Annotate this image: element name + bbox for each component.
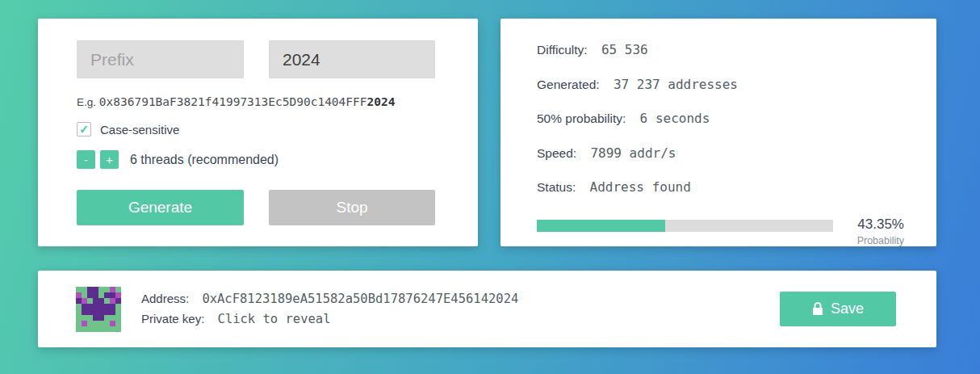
example-address-suffix: 2024 — [367, 95, 396, 108]
stat-label: Status: — [537, 180, 576, 194]
lock-icon — [812, 302, 823, 316]
example-address-body: 0x836791BaF3821f41997313Ec5D90c1404FFF — [99, 95, 367, 108]
stat-label: Speed: — [537, 146, 576, 160]
probability-percent: 43.35% — [833, 216, 904, 233]
checkmark-icon: ✓ — [79, 124, 89, 135]
private-key-line: Private key: Click to reveal — [141, 312, 780, 326]
stat-value: 6 seconds — [640, 111, 710, 126]
generator-card: E.g. 0x836791BaF3821f41997313Ec5D90c1404… — [38, 19, 478, 246]
example-label: E.g. — [77, 96, 96, 108]
example-address-line: E.g. 0x836791BaF3821f41997313Ec5D90c1404… — [77, 95, 439, 108]
threads-stepper-row: - + 6 threads (recommended) — [77, 150, 439, 169]
address-label: Address: — [141, 292, 189, 305]
address-line: Address: 0xAcF8123189eA51582a50Bd1787624… — [141, 292, 780, 306]
private-key-reveal[interactable]: Click to reveal — [218, 312, 331, 326]
stat-value: Address found — [590, 179, 691, 195]
case-sensitive-option[interactable]: ✓ Case-sensitive — [77, 122, 439, 137]
stat-value: 65 536 — [601, 42, 648, 57]
threads-label: 6 threads (recommended) — [130, 153, 279, 167]
stop-button[interactable]: Stop — [269, 190, 435, 225]
address-value: 0xAcF8123189eA51582a50Bd17876247E4561420… — [202, 292, 518, 306]
stat-row-probability-time: 50% probability: 6 seconds — [537, 111, 904, 126]
generate-button[interactable]: Generate — [77, 190, 244, 225]
case-sensitive-label: Case-sensitive — [100, 123, 179, 137]
stat-value: 7899 addr/s — [590, 145, 676, 161]
save-button[interactable]: Save — [780, 292, 896, 326]
save-button-label: Save — [831, 300, 864, 317]
stat-value: 37 237 addresses — [614, 77, 738, 92]
threads-increment-button[interactable]: + — [100, 150, 119, 169]
probability-caption: Probability — [833, 235, 904, 246]
stat-row-speed: Speed: 7899 addr/s — [537, 145, 904, 161]
result-card: Address: 0xAcF8123189eA51582a50Bd1787624… — [38, 271, 936, 347]
address-identicon — [76, 287, 121, 332]
stat-row-difficulty: Difficulty: 65 536 — [537, 42, 904, 57]
private-key-label: Private key: — [141, 312, 204, 326]
stat-label: Generated: — [537, 78, 600, 91]
probability-progress-bar — [537, 220, 833, 232]
case-sensitive-checkbox[interactable]: ✓ — [77, 122, 91, 137]
stats-card: Difficulty: 65 536 Generated: 37 237 add… — [500, 19, 936, 246]
stat-row-generated: Generated: 37 237 addresses — [537, 77, 904, 92]
probability-progress-row: 43.35% Probability — [537, 216, 904, 246]
stat-label: 50% probability: — [537, 111, 626, 125]
probability-fill — [537, 220, 665, 232]
plus-icon: + — [106, 153, 113, 166]
suffix-input[interactable] — [269, 40, 435, 78]
threads-decrement-button[interactable]: - — [77, 150, 95, 169]
minus-icon: - — [84, 153, 88, 166]
prefix-input[interactable] — [77, 40, 244, 78]
stat-label: Difficulty: — [537, 43, 588, 57]
stat-row-status: Status: Address found — [537, 179, 904, 195]
